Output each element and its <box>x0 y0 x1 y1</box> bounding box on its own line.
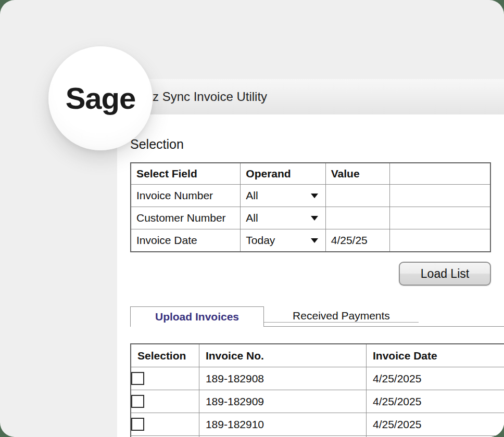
invoice-row: 189-182908 4/25/2025 <box>131 367 504 390</box>
window-titlebar: z Sync Invoice Utility <box>117 79 504 114</box>
field-label: Customer Number <box>131 207 241 229</box>
invoice-date-cell: 4/25/2025 <box>366 367 504 390</box>
invoice-no-cell: 189-182909 <box>199 390 366 413</box>
invoice-row: 189-182909 4/25/2025 <box>131 390 504 413</box>
window-body: Selection Select Field Operand Value Inv… <box>117 136 504 437</box>
operand-dropdown-customer-number[interactable]: All <box>246 212 325 224</box>
header-invoice-date: Invoice Date <box>366 344 504 367</box>
screenshot-card: z Sync Invoice Utility Selection Select … <box>0 0 504 437</box>
field-label: Invoice Number <box>131 185 241 207</box>
extra-cell <box>389 207 490 229</box>
dropdown-arrow-icon <box>311 216 318 221</box>
value-cell-invoice-number[interactable] <box>325 185 389 207</box>
tab-upload-invoices[interactable]: Upload Invoices <box>130 306 264 327</box>
field-label: Invoice Date <box>131 229 241 252</box>
operand-dropdown-invoice-number[interactable]: All <box>246 189 325 202</box>
app-window: z Sync Invoice Utility Selection Select … <box>117 79 504 437</box>
operand-value: All <box>246 212 258 224</box>
header-selection: Selection <box>131 344 199 367</box>
invoice-no-cell: 189-182910 <box>199 413 366 436</box>
criteria-row-customer-number: Customer Number All <box>131 207 490 229</box>
extra-cell <box>389 185 490 207</box>
extra-cell <box>389 229 490 252</box>
header-extra <box>389 163 490 185</box>
invoice-header-row: Selection Invoice No. Invoice Date <box>131 344 504 367</box>
page-background: z Sync Invoice Utility Selection Select … <box>0 0 504 437</box>
criteria-row-invoice-number: Invoice Number All <box>131 185 490 207</box>
actions-row: Load List <box>130 262 491 286</box>
sage-logo-text: Sage <box>66 83 136 113</box>
invoice-row: 189-182910 4/25/2025 <box>131 413 504 436</box>
header-select-field: Select Field <box>131 163 241 185</box>
tab-received-payments[interactable]: Received Payments <box>264 309 419 323</box>
criteria-header-row: Select Field Operand Value <box>131 163 490 185</box>
invoice-no-cell: 189-182908 <box>199 367 366 390</box>
invoice-date-cell: 4/25/2025 <box>366 390 504 413</box>
value-cell-invoice-date[interactable]: 4/25/25 <box>325 229 389 252</box>
dropdown-arrow-icon <box>311 238 318 243</box>
criteria-row-invoice-date: Invoice Date Today 4/25/25 <box>131 229 490 252</box>
invoice-checkbox[interactable] <box>131 395 144 408</box>
value-cell-customer-number[interactable] <box>325 207 389 229</box>
invoice-list-table: Selection Invoice No. Invoice Date 189-1… <box>130 343 504 437</box>
header-invoice-no: Invoice No. <box>199 344 366 367</box>
window-title: z Sync Invoice Utility <box>153 79 267 114</box>
operand-value: All <box>246 189 258 202</box>
invoice-checkbox[interactable] <box>131 372 144 385</box>
selection-heading: Selection <box>130 136 504 152</box>
invoice-checkbox[interactable] <box>131 418 144 431</box>
header-operand: Operand <box>241 163 325 185</box>
dropdown-arrow-icon <box>311 194 318 198</box>
operand-value: Today <box>246 234 275 247</box>
selection-criteria-table: Select Field Operand Value Invoice Numbe… <box>130 162 491 252</box>
header-value: Value <box>325 163 389 185</box>
tab-strip: Upload Invoices Received Payments <box>130 306 504 327</box>
invoice-date-cell: 4/25/2025 <box>366 413 504 436</box>
load-list-button[interactable]: Load List <box>399 262 491 286</box>
operand-dropdown-invoice-date[interactable]: Today <box>246 234 325 247</box>
sage-logo-badge: Sage <box>48 46 153 150</box>
